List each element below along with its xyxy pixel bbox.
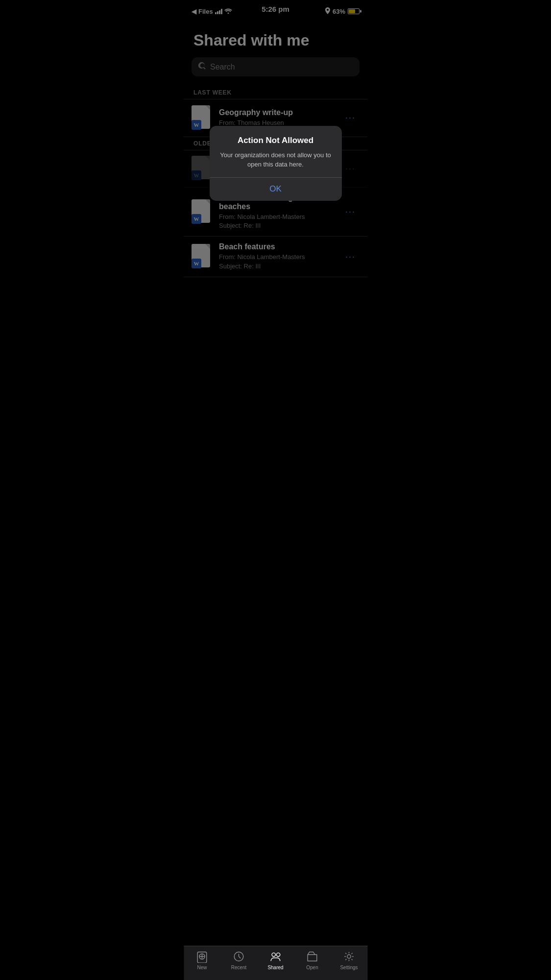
ok-button[interactable]: OK (210, 177, 342, 201)
action-not-allowed-modal: Action Not Allowed Your organization doe… (210, 126, 342, 201)
modal-title: Action Not Allowed (219, 136, 332, 145)
modal-message: Your organization does not allow you to … (219, 150, 332, 169)
modal-body: Action Not Allowed Your organization doe… (210, 126, 342, 177)
modal-overlay: Action Not Allowed Your organization doe… (184, 0, 367, 327)
